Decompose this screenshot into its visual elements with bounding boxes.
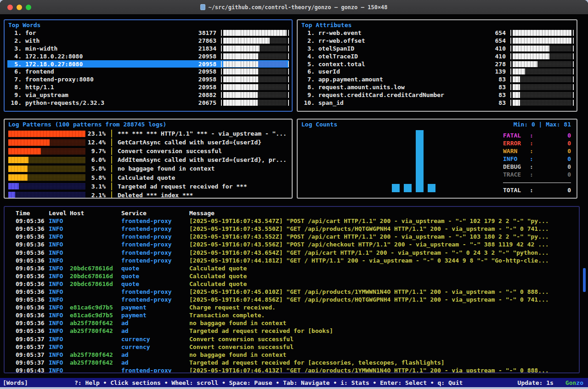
close-window-button[interactable]: [7, 5, 13, 10]
top-attributes-row[interactable]: 9.request.creditCard.creditCardNumber83: [300, 91, 574, 99]
bar-start-cap: [221, 100, 222, 106]
top-words-row[interactable]: 9.via_upstream20882: [7, 91, 289, 99]
log-table-row[interactable]: 09:05:36INFOe81ca6c9d7b5paymentTransacti…: [16, 311, 579, 319]
titlebar[interactable]: ~/src/github.com/control-theory/gonzo — …: [0, 0, 588, 15]
log-level: INFO: [49, 304, 70, 311]
log-table-panel[interactable]: TimeLevelHostServiceMessage09:05:36INFOf…: [4, 206, 580, 373]
top-attributes-row[interactable]: 10.span_id83: [300, 99, 574, 107]
bar-end-cap: [573, 69, 574, 74]
top-words-row-bar: [221, 61, 289, 67]
zoom-window-button[interactable]: [26, 5, 31, 10]
log-host: ab25f780f642: [70, 327, 121, 334]
log-counts-histogram: [392, 130, 435, 192]
log-counts-legend: FATAL:0ERROR:0WARN:0INFO:0DEBUG:0TRACE:0…: [503, 132, 571, 194]
log-table-row[interactable]: 09:05:36INFOfrontend-proxy[2025-05-19T16…: [16, 233, 579, 240]
log-pattern-row[interactable]: 23.1%*** *** *** HTTP/1.1" *** - via_ups…: [8, 129, 289, 138]
bar-track: [513, 76, 571, 82]
log-pattern-row[interactable]: 3.1%Targeted ad request received for ***: [8, 182, 289, 191]
top-attributes-row[interactable]: 2.rr-web.offset654: [300, 37, 574, 45]
log-host: 20bdc678616d: [70, 265, 121, 272]
top-attributes-row[interactable]: 8.request.amount.units.low83: [300, 83, 574, 91]
top-attributes-row[interactable]: 1.rr-web.event654: [300, 29, 574, 37]
pattern-text: Calculated quote: [118, 174, 289, 181]
log-level: INFO: [49, 367, 70, 373]
log-table-row[interactable]: 09:05:36INFOab25f780f642adTargeted ad re…: [16, 327, 579, 335]
log-pattern-row[interactable]: 5.8%no baggage found in context: [8, 164, 289, 173]
bar-end-cap: [573, 84, 574, 90]
log-table-row[interactable]: 09:05:37INFOab25f780f642adTargeted ad re…: [16, 359, 579, 366]
top-attributes-row-bar: [510, 76, 574, 82]
top-attributes-row-rank: 2.: [302, 37, 315, 44]
log-table-row[interactable]: 09:05:36INFOe81ca6c9d7b5paymentCharge re…: [16, 303, 579, 311]
log-table-row[interactable]: 09:05:36INFO20bdc678616dquoteCalculated …: [16, 264, 579, 272]
top-attributes-row-rank: 8.: [302, 84, 315, 91]
pattern-text: Convert conversion successful: [118, 148, 289, 154]
log-table-row[interactable]: 09:05:36INFOfrontend-proxy[2025-05-19T16…: [16, 296, 579, 303]
top-words-panel[interactable]: Top Words 1.for381772.with278633.min-wid…: [4, 19, 293, 112]
top-words-row[interactable]: 5.172.18.0.27:808020958: [7, 60, 289, 68]
log-time: 09:05:37: [16, 359, 49, 366]
log-time: 09:05:37: [16, 336, 49, 343]
pattern-text: AddItemAsync called with userId={userId}…: [118, 156, 289, 163]
log-message: [2025-05-19T16:07:43.547Z] "POST /api/ca…: [189, 217, 579, 224]
log-table-row[interactable]: 09:05:36INFOfrontend-proxy[2025-05-19T16…: [16, 240, 579, 248]
top-words-row[interactable]: 4.172.18.0.22:808020958: [7, 52, 289, 60]
log-table-row[interactable]: 09:05:36INFO20bdc678616dquoteCalculated …: [16, 280, 579, 288]
log-table-row[interactable]: 09:05:36INFOfrontend-proxy[2025-05-19T16…: [16, 217, 579, 225]
log-counts-panel[interactable]: Log Counts Min: 0 | Max: 81 FATAL:0ERROR…: [297, 119, 577, 199]
log-table-row[interactable]: 09:05:43INFOfrontend-proxy[2025-05-19T16…: [16, 366, 579, 373]
top-attributes-row[interactable]: 3.otelSpanID410: [300, 45, 574, 52]
top-attributes-row[interactable]: 7.app.payment.amount83: [300, 75, 574, 83]
top-words-row-count: 20675: [194, 99, 221, 106]
legend-label: INFO: [503, 155, 530, 162]
top-words-row-count: 27863: [194, 37, 221, 44]
bar-end-cap: [288, 84, 289, 90]
log-service: currency: [121, 336, 189, 343]
top-words-row[interactable]: 8.http/1.120958: [7, 83, 289, 91]
log-pattern-row[interactable]: 6.0%AddItemAsync called with userId={use…: [8, 155, 289, 164]
log-table-row[interactable]: 09:05:36INFO20bdc678616dquoteCalculated …: [16, 272, 579, 280]
top-words-row[interactable]: 10.python-requests/2.32.320675: [7, 99, 289, 107]
log-table-row[interactable]: 09:05:36INFOfrontend-proxy[2025-05-19T16…: [16, 288, 579, 296]
log-message: [2025-05-19T16:07:43.550Z] "GET /api/pro…: [189, 225, 579, 232]
top-words-row[interactable]: 1.for38177: [7, 29, 289, 37]
log-table-row[interactable]: 09:05:36INFOfrontend-proxy[2025-05-19T16…: [16, 257, 579, 264]
log-pattern-row[interactable]: 5.8%Calculated quote: [8, 173, 289, 182]
minimize-window-button[interactable]: [17, 5, 22, 10]
log-patterns-panel[interactable]: Log Patterns (100 patterns from 288745 l…: [4, 119, 293, 199]
bar-fill: [513, 61, 537, 67]
log-counts-minmax: Min: 0 | Max: 81: [514, 121, 571, 128]
log-pattern-row[interactable]: 12.4%GetCartAsync called with userId={us…: [8, 138, 289, 147]
top-attributes-row[interactable]: 6.userId139: [300, 68, 574, 75]
top-words-row-rank: 4.: [9, 53, 22, 60]
status-bar: [Words] ?: Help • Click sections • Wheel…: [0, 378, 588, 387]
top-words-row[interactable]: 3.min-width21834: [7, 45, 289, 52]
bar-end-cap: [573, 92, 574, 98]
log-time: 09:05:36: [16, 288, 49, 295]
bar-fill: [223, 76, 258, 82]
top-attributes-panel[interactable]: Top Attributes 1.rr-web.event6542.rr-web…: [297, 19, 577, 112]
log-table-row[interactable]: 09:05:36INFOfrontend-proxy[2025-05-19T16…: [16, 225, 579, 233]
log-table-row[interactable]: 09:05:37INFOab25f780f642adno baggage fou…: [16, 351, 579, 359]
log-host: ab25f780f642: [70, 359, 121, 366]
top-attributes-row[interactable]: 5.context.total278: [300, 60, 574, 68]
top-attributes-row[interactable]: 4.otelTraceID410: [300, 52, 574, 60]
log-table-row[interactable]: 09:05:36INFOfrontend-proxy[2025-05-19T16…: [16, 248, 579, 256]
log-table-row[interactable]: 09:05:37INFOcurrencyConvert conversion s…: [16, 335, 579, 343]
log-table-row[interactable]: 09:05:37INFOcurrencyConvert conversion s…: [16, 343, 579, 351]
log-level: INFO: [49, 225, 70, 232]
top-attributes-row-label: rr-web.offset: [315, 37, 488, 44]
log-table-row[interactable]: 09:05:36INFOab25f780f642adno baggage fou…: [16, 319, 579, 327]
log-time: 09:05:36: [16, 312, 49, 319]
log-message: [2025-05-19T16:07:44.181Z] "GET / HTTP/1…: [189, 257, 579, 264]
top-words-row[interactable]: 7.frontend-proxy:808020958: [7, 75, 289, 83]
pattern-separator: [111, 174, 112, 182]
log-level: INFO: [49, 280, 70, 287]
log-pattern-row[interactable]: 9.7%Convert conversion successful: [8, 147, 289, 155]
log-scrollbar[interactable]: [581, 206, 588, 373]
top-words-row[interactable]: 2.with27863: [7, 37, 289, 45]
histogram-bar: [404, 184, 412, 192]
scrollbar-thumb[interactable]: [583, 268, 586, 292]
log-pattern-row[interactable]: 2.1%Deleted *** index ***: [8, 191, 289, 199]
top-words-row[interactable]: 6.frontend20958: [7, 68, 289, 75]
